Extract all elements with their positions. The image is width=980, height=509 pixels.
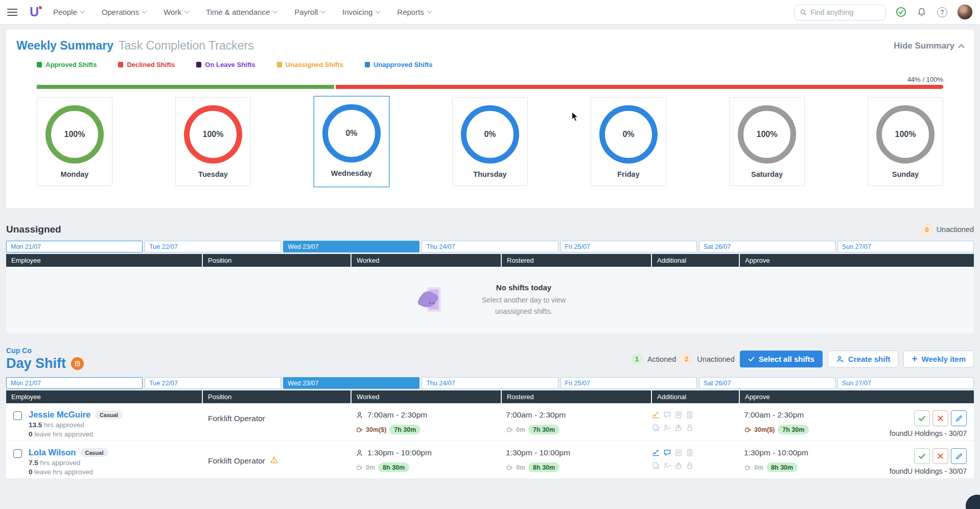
break-cup-icon: [356, 464, 363, 471]
legend-item: Approved Shifts: [37, 61, 97, 68]
decline-shift-button[interactable]: [932, 410, 948, 426]
date-tab[interactable]: Sat 26/07: [699, 241, 835, 252]
search-input[interactable]: [810, 8, 880, 16]
notifications-bell-icon[interactable]: [916, 7, 927, 18]
nav-menu-item[interactable]: People: [53, 8, 84, 16]
date-tab[interactable]: Tue 22/07: [145, 377, 281, 389]
day-tracker-card[interactable]: 0% Thursday: [452, 97, 528, 186]
approve-shift-button[interactable]: [914, 410, 930, 426]
completion-percent: 0%: [345, 129, 357, 138]
rostered-total-badge: 7h 30m: [528, 425, 559, 434]
approved-hours: 13.5 hrs approved: [29, 421, 123, 429]
additional-actions: [652, 403, 739, 441]
completion-percent: 0%: [622, 130, 634, 139]
legend-item: Declined Shifts: [118, 61, 175, 68]
employee-name-link[interactable]: Jessie McGuire: [29, 410, 90, 420]
user-avatar[interactable]: [957, 4, 973, 20]
date-tab[interactable]: Thu 24/07: [422, 377, 558, 389]
approve-shift-button[interactable]: [914, 448, 930, 464]
nav-menu-item[interactable]: Payroll: [294, 8, 325, 16]
foundu-logo[interactable]: U: [30, 6, 39, 18]
create-shift-button[interactable]: Create shift: [828, 351, 899, 367]
additional-action-icon[interactable]: [674, 461, 686, 473]
legend-item: Unassigned Shifts: [277, 61, 343, 68]
additional-action-icon[interactable]: [686, 424, 697, 435]
rostered-total-badge: 8h 30m: [528, 462, 559, 472]
edit-shift-button[interactable]: [951, 448, 967, 464]
legend-swatch: [277, 62, 282, 67]
approve-break: 0m: [744, 464, 763, 471]
date-tab[interactable]: Mon 21/07: [6, 241, 143, 252]
row-checkbox[interactable]: [13, 449, 22, 458]
weekly-item-button[interactable]: + Weekly item: [903, 351, 974, 367]
day-tracker-card[interactable]: 100% Sunday: [868, 97, 943, 186]
day-tracker-card[interactable]: 100% Tuesday: [175, 97, 251, 186]
column-header: Rostered: [502, 254, 651, 267]
day-name: Saturday: [751, 170, 783, 178]
employee-name-link[interactable]: Lola Wilson: [29, 448, 76, 457]
additional-action-icon[interactable]: [674, 424, 686, 435]
additional-action-icon[interactable]: [663, 449, 674, 460]
unassigned-empty-state: No shifts today Select another day to vi…: [6, 267, 974, 333]
status-check-icon[interactable]: [895, 7, 906, 18]
nav-menu-item[interactable]: Operations: [102, 8, 146, 16]
date-tab[interactable]: Tue 22/07: [145, 241, 281, 252]
rostered-time: 7:00am - 2:30pm: [506, 410, 566, 420]
edit-shift-button[interactable]: [951, 410, 967, 426]
additional-action-icon[interactable]: [663, 411, 674, 422]
day-tracker-card[interactable]: 100% Saturday: [729, 97, 805, 186]
nav-menu-item[interactable]: Work: [164, 8, 189, 16]
date-tab[interactable]: Sat 26/07: [699, 377, 835, 389]
additional-action-icon[interactable]: [686, 449, 697, 460]
additional-action-icon[interactable]: [674, 449, 686, 460]
additional-action-icon[interactable]: [652, 424, 663, 435]
help-icon[interactable]: ?: [937, 7, 947, 17]
completion-ring: 100%: [876, 105, 935, 164]
warning-icon[interactable]: [270, 456, 278, 466]
nav-menu-item[interactable]: Time & attendance: [206, 8, 277, 16]
select-all-shifts-button[interactable]: Select all shifts: [740, 351, 823, 367]
additional-action-icon[interactable]: [652, 449, 663, 460]
date-tab[interactable]: Wed 23/07: [283, 241, 419, 252]
date-tab[interactable]: Thu 24/07: [422, 241, 558, 252]
date-tab[interactable]: Fri 25/07: [561, 241, 697, 252]
additional-action-icon[interactable]: [652, 461, 663, 473]
date-tab[interactable]: Sun 27/07: [837, 241, 974, 252]
additional-action-icon[interactable]: [674, 411, 686, 422]
additional-action-icon[interactable]: [663, 424, 674, 435]
roster-note-icon[interactable]: [71, 357, 84, 370]
top-navbar: U People Operations Work Time & attendan…: [0, 0, 980, 25]
chat-widget-button[interactable]: [966, 495, 980, 509]
additional-action-icon[interactable]: [663, 461, 674, 473]
empty-state-line1: Select another day to view: [482, 295, 566, 306]
company-name[interactable]: Cup Co: [6, 346, 84, 355]
nav-menu-item[interactable]: Invoicing: [342, 8, 380, 16]
global-search[interactable]: [795, 4, 885, 20]
column-header: Position: [203, 254, 351, 267]
decline-shift-button[interactable]: [932, 448, 948, 464]
additional-action-icon[interactable]: [686, 461, 697, 473]
legend-label: On Leave Shifts: [205, 61, 255, 68]
completion-percent: 100%: [203, 130, 224, 139]
additional-action-icon[interactable]: [686, 411, 697, 422]
completion-percent: 100%: [895, 130, 916, 139]
worked-time: 7:00am - 2:30pm: [367, 410, 427, 420]
completion-ring: 0%: [322, 104, 381, 163]
hide-summary-button[interactable]: Hide Summary: [894, 41, 964, 51]
date-tab[interactable]: Sun 27/07: [837, 377, 974, 389]
break-cup-icon: [506, 464, 514, 471]
date-tab[interactable]: Mon 21/07: [6, 377, 143, 389]
legend-label: Declined Shifts: [127, 61, 175, 68]
nav-menu-item[interactable]: Reports: [397, 8, 431, 16]
row-checkbox[interactable]: [13, 411, 22, 420]
employment-type-badge: Casual: [80, 448, 108, 457]
day-tracker-card[interactable]: 0% Wednesday: [314, 96, 389, 187]
date-tab[interactable]: Wed 23/07: [283, 377, 419, 389]
date-tab[interactable]: Fri 25/07: [561, 377, 697, 389]
additional-action-icon[interactable]: [652, 411, 663, 422]
hamburger-menu-icon[interactable]: [7, 9, 17, 16]
empty-state-line2: unassigned shifts.: [482, 306, 566, 317]
completion-percent: 0%: [484, 130, 496, 139]
day-tracker-card[interactable]: 0% Friday: [591, 97, 666, 186]
day-tracker-card[interactable]: 100% Monday: [37, 97, 112, 186]
